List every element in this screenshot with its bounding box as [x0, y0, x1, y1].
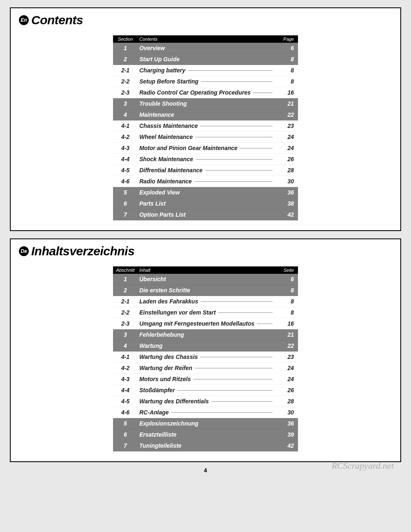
row-title-cell: Explosionszeichnung — [138, 420, 275, 427]
row-section-number: 4-3 — [113, 376, 138, 382]
toc-row: 4-1Wartung des Chassis23 — [113, 352, 298, 363]
row-section-number: 2-2 — [113, 309, 138, 316]
row-section-number: 4 — [113, 342, 138, 349]
row-page-number: 24 — [275, 145, 298, 151]
leader-line — [218, 312, 272, 313]
leader-line — [195, 368, 272, 368]
row-page-number: 24 — [275, 134, 298, 140]
row-section-number: 2-2 — [113, 78, 138, 85]
leader-line — [253, 93, 272, 93]
row-title-cell: Fehlerbehebung — [138, 331, 275, 338]
block-title: Contents — [31, 13, 83, 27]
toc-row: 4-2Wheel Maintenance24 — [113, 132, 298, 143]
row-title-text: Maintenance — [139, 111, 174, 118]
toc-row: 2-3Radio Control Car Operating Procedure… — [113, 87, 298, 98]
row-section-number: 4-5 — [113, 398, 138, 405]
toc-row: 6Ersatzteilliste39 — [113, 429, 298, 440]
row-page-number: 42 — [275, 211, 298, 218]
row-section-number: 5 — [113, 420, 138, 427]
toc-block-de: DeInhaltsverzeichnisAbschnittInhaltSeite… — [10, 238, 401, 462]
row-page-number: 42 — [275, 442, 298, 449]
header-contents: Contents — [138, 37, 275, 42]
row-title-cell: Wartung der Reifen — [138, 365, 275, 371]
row-title-text: Charging battery — [139, 67, 185, 74]
language-badge: De — [19, 246, 29, 256]
row-title-text: Shock Maintenance — [139, 156, 193, 162]
header-contents: Inhalt — [138, 268, 275, 273]
row-title-text: Wheel Maintenance — [139, 134, 193, 140]
toc-row: 4-4Shock Maintenance26 — [113, 154, 298, 165]
row-title-text: RC-Anlage — [139, 409, 169, 416]
row-title-text: Wartung des Chassis — [139, 354, 198, 360]
row-title-cell: Maintenance — [138, 111, 275, 118]
row-title-cell: Overview — [138, 45, 275, 51]
row-section-number: 4-4 — [113, 156, 138, 162]
row-title-cell: Option Parts List — [138, 211, 275, 218]
row-page-number: 16 — [275, 320, 298, 327]
row-page-number: 22 — [275, 111, 298, 118]
toc-header-row: SectionContentsPage — [113, 35, 298, 43]
row-section-number: 4-6 — [113, 409, 138, 416]
row-title-cell: Diffrential Maintenance — [138, 167, 275, 173]
row-page-number: 30 — [275, 178, 298, 185]
toc-row: 7Option Parts List42 — [113, 209, 298, 220]
toc-row: 7Tuningteileliste42 — [113, 440, 298, 451]
row-page-number: 24 — [275, 376, 298, 382]
leader-line — [195, 137, 272, 137]
row-title-cell: Wartung — [138, 342, 275, 349]
row-page-number: 8 — [275, 56, 298, 62]
toc-row: 4-3Motors und Ritzels24 — [113, 374, 298, 385]
row-page-number: 8 — [275, 78, 298, 85]
row-title-text: Motor and Pinion Gear Maintenance — [139, 145, 238, 151]
row-section-number: 4-3 — [113, 145, 138, 151]
leader-line — [211, 401, 272, 402]
leader-line — [188, 70, 272, 71]
toc-row: 2-3Umgang mit Ferngesteuerten Modellauto… — [113, 318, 298, 329]
row-section-number: 4-1 — [113, 123, 138, 129]
row-section-number: 7 — [113, 211, 138, 218]
row-section-number: 3 — [113, 331, 138, 338]
toc-row: 4-1Chassis Maintenance23 — [113, 120, 298, 132]
block-title: Inhaltsverzeichnis — [31, 244, 134, 258]
row-page-number: 39 — [275, 431, 298, 438]
toc-row: 5Exploded View36 — [113, 187, 298, 198]
header-section: Abschnitt — [113, 268, 138, 273]
toc-table: AbschnittInhaltSeite1Übersicht62Die erst… — [113, 266, 298, 451]
row-page-number: 26 — [275, 156, 298, 162]
row-title-text: Diffrential Maintenance — [139, 167, 203, 173]
page-number: 4 — [10, 467, 401, 474]
toc-row: 4-6RC-Anlage30 — [113, 407, 298, 418]
row-title-text: Laden des Fahrakkus — [139, 298, 198, 305]
row-section-number: 6 — [113, 431, 138, 438]
toc-row: 2Start Up Guide8 — [113, 54, 298, 65]
toc-row: 4-5Diffrential Maintenance28 — [113, 165, 298, 176]
row-title-text: Chassis Maintenance — [139, 123, 198, 129]
row-title-text: Tuningteileliste — [139, 442, 181, 449]
row-title-text: Fehlerbehebung — [139, 331, 184, 338]
row-page-number: 24 — [275, 365, 298, 371]
block-title-row: DeInhaltsverzeichnis — [19, 244, 392, 258]
row-section-number: 2-3 — [113, 89, 138, 96]
row-title-cell: Motors und Ritzels — [138, 376, 275, 382]
toc-row: 6Parts List38 — [113, 198, 298, 209]
toc-row: 3Fehlerbehebung21 — [113, 329, 298, 340]
row-title-cell: Ersatzteilliste — [138, 431, 275, 438]
row-page-number: 28 — [275, 167, 298, 173]
row-section-number: 2 — [113, 287, 138, 294]
row-title-text: Start Up Guide — [139, 56, 180, 62]
toc-row: 3Trouble Shooting21 — [113, 98, 298, 109]
row-title-text: Option Parts List — [139, 211, 186, 218]
row-title-text: Parts List — [139, 200, 166, 207]
row-title-cell: Parts List — [138, 200, 275, 207]
row-section-number: 4-2 — [113, 134, 138, 140]
row-title-text: Setup Before Starting — [139, 78, 199, 85]
row-title-text: Explosionszeichnung — [139, 420, 199, 427]
row-page-number: 30 — [275, 409, 298, 416]
leader-line — [177, 390, 272, 391]
row-title-cell: Start Up Guide — [138, 56, 275, 62]
toc-row: 4-2Wartung der Reifen24 — [113, 363, 298, 374]
row-page-number: 6 — [275, 45, 298, 51]
row-title-text: Umgang mit Ferngesteuerten Modellautos — [139, 320, 254, 327]
header-section: Section — [113, 37, 138, 42]
row-page-number: 21 — [275, 100, 298, 107]
